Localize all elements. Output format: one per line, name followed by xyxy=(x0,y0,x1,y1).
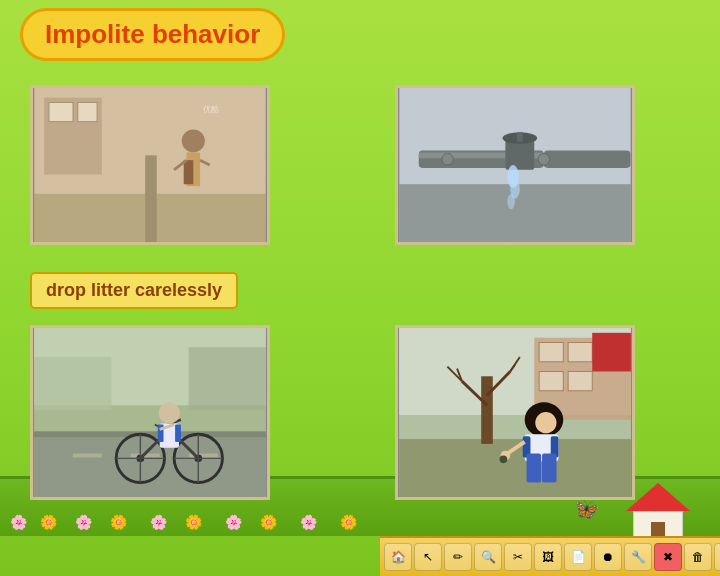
toolbar-trash-btn[interactable]: 🗑 xyxy=(684,543,712,571)
label-badge: drop litter carelessly xyxy=(30,272,238,309)
toolbar-record-btn[interactable]: ⏺ xyxy=(594,543,622,571)
svg-point-79 xyxy=(500,455,508,463)
flower-decorations: 🌸 🌼 🌸 🌼 🌸 🌼 🌸 🌼 🌸 🌼 xyxy=(0,514,720,534)
toolbar-close-btn[interactable]: ✖ xyxy=(654,543,682,571)
title-badge: Impolite behavior xyxy=(20,8,285,61)
svg-point-7 xyxy=(182,129,205,152)
photo-person-tree xyxy=(395,325,635,500)
svg-rect-60 xyxy=(568,371,592,390)
svg-rect-9 xyxy=(184,160,194,184)
photo-water-tap xyxy=(395,85,635,245)
title-text: Impolite behavior xyxy=(45,19,260,49)
svg-rect-61 xyxy=(592,333,631,372)
svg-rect-75 xyxy=(527,454,541,483)
svg-point-71 xyxy=(535,412,556,433)
toolbar-settings-btn[interactable]: 🔧 xyxy=(624,543,652,571)
toolbar-search-btn[interactable]: 🔍 xyxy=(474,543,502,571)
label-text: drop litter carelessly xyxy=(46,280,222,300)
butterfly-decoration: 🦋 xyxy=(575,497,600,521)
toolbar-cursor-btn[interactable]: ↖ xyxy=(414,543,442,571)
svg-rect-4 xyxy=(78,102,97,121)
svg-rect-59 xyxy=(539,371,563,390)
toolbar-scissors-btn[interactable]: ✂ xyxy=(504,543,532,571)
svg-point-25 xyxy=(538,153,550,165)
svg-rect-76 xyxy=(542,454,556,483)
svg-rect-52 xyxy=(175,425,181,442)
toolbar-doc-btn[interactable]: 📄 xyxy=(564,543,592,571)
svg-rect-20 xyxy=(517,132,523,142)
toolbar-lock-btn[interactable]: 🔒 xyxy=(714,543,720,571)
svg-rect-6 xyxy=(145,155,157,242)
toolbar: 🏠 ↖ ✏ 🔍 ✂ 🖼 📄 ⏺ 🔧 ✖ 🗑 🔒 xyxy=(380,536,720,576)
svg-rect-58 xyxy=(568,342,592,361)
photo-bicycle xyxy=(30,325,270,500)
svg-point-49 xyxy=(159,402,180,423)
toolbar-pen-btn[interactable]: ✏ xyxy=(444,543,472,571)
svg-rect-29 xyxy=(34,357,111,410)
toolbar-home-btn[interactable]: 🏠 xyxy=(384,543,412,571)
photo-drop-litter: 优酷 xyxy=(30,85,270,245)
svg-text:优酷: 优酷 xyxy=(203,105,219,114)
svg-rect-30 xyxy=(189,347,266,410)
toolbar-image-btn[interactable]: 🖼 xyxy=(534,543,562,571)
svg-rect-24 xyxy=(544,151,631,168)
svg-rect-31 xyxy=(34,434,266,497)
svg-point-26 xyxy=(442,153,454,165)
svg-rect-57 xyxy=(539,342,563,361)
svg-point-23 xyxy=(507,194,515,209)
svg-rect-33 xyxy=(73,454,102,458)
svg-rect-3 xyxy=(49,102,73,121)
svg-rect-63 xyxy=(481,376,493,444)
